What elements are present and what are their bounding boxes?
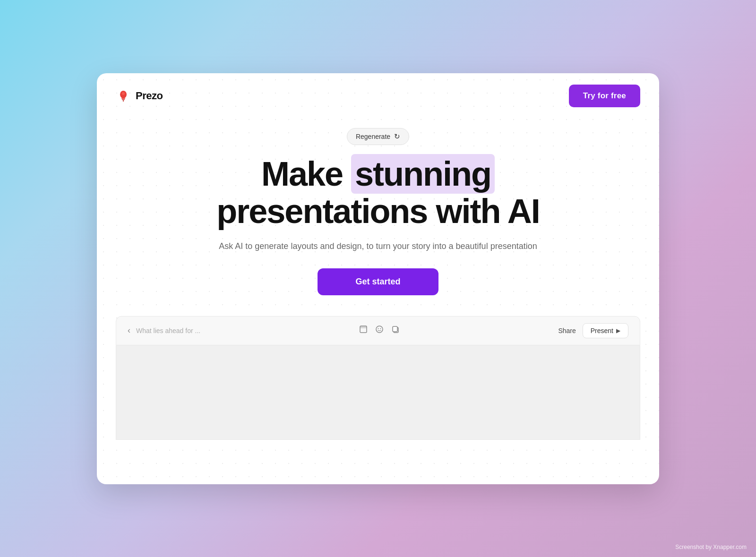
bar-left: ‹ What lies ahead for ...	[128, 326, 200, 335]
present-play-icon: ▶	[616, 327, 620, 334]
try-for-free-button[interactable]: Try for free	[569, 85, 640, 107]
present-button[interactable]: Present ▶	[583, 323, 628, 338]
regenerate-icon: ↻	[394, 132, 400, 141]
header: Prezo Try for free	[97, 73, 659, 119]
lightbulb-icon	[116, 88, 131, 103]
hero-subtext: Ask AI to generate layouts and design, t…	[219, 241, 537, 251]
toolbar-icons	[359, 325, 400, 336]
share-button[interactable]: Share	[558, 327, 576, 334]
svg-rect-6	[360, 326, 367, 328]
bar-right: Share Present ▶	[558, 323, 628, 338]
heading-part1: Make	[261, 155, 351, 193]
presentation-content-area	[116, 345, 640, 440]
emoji-icon[interactable]	[375, 325, 384, 336]
svg-point-3	[122, 92, 125, 95]
main-card: Prezo Try for free Regenerate ↻ Make stu…	[97, 73, 659, 484]
svg-point-8	[378, 328, 378, 329]
svg-point-7	[376, 326, 383, 333]
hero-section: Regenerate ↻ Make stunning presentations…	[97, 119, 659, 484]
screenshot-label: Screenshot by Xnapper.com	[675, 544, 747, 550]
svg-rect-1	[121, 98, 125, 99]
svg-rect-11	[393, 326, 397, 332]
logo-text: Prezo	[136, 90, 163, 102]
regenerate-label: Regenerate	[356, 133, 390, 140]
copy-icon[interactable]	[391, 325, 400, 336]
presentation-bar: ‹ What lies ahead for ...	[116, 316, 640, 345]
layout-icon[interactable]	[359, 325, 368, 336]
svg-rect-2	[122, 99, 125, 100]
logo-area: Prezo	[116, 88, 163, 103]
heading-part2: presentations with AI	[216, 192, 539, 230]
svg-point-9	[380, 328, 381, 329]
svg-rect-4	[123, 100, 124, 102]
regenerate-pill[interactable]: Regenerate ↻	[347, 128, 409, 145]
get-started-button[interactable]: Get started	[318, 268, 438, 295]
back-arrow-icon[interactable]: ‹	[128, 326, 130, 335]
present-label: Present	[591, 327, 613, 334]
presentation-title: What lies ahead for ...	[136, 327, 200, 334]
hero-heading: Make stunning presentations with AI	[216, 155, 539, 230]
heading-highlight: stunning	[351, 154, 495, 194]
